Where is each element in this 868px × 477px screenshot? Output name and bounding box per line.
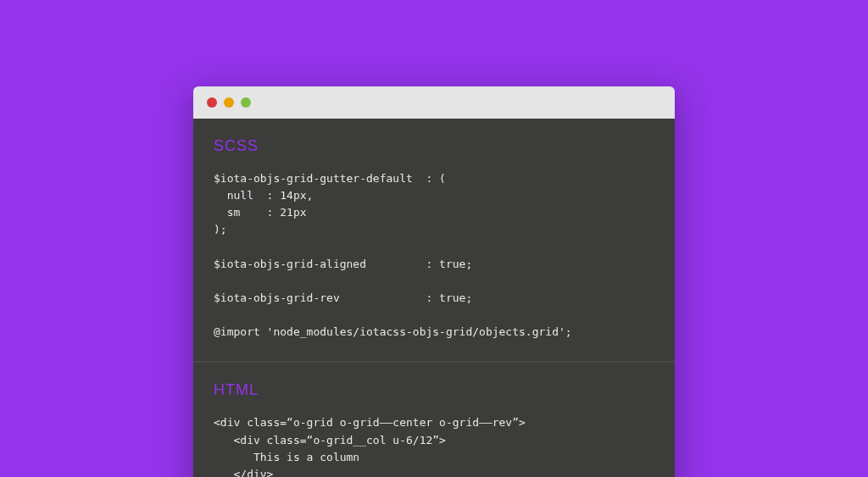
html-code-block: <div class=“o-grid o-grid——center o-grid… xyxy=(214,414,654,477)
close-icon[interactable] xyxy=(207,97,217,108)
scss-section-title: SCSS xyxy=(214,137,654,155)
maximize-icon[interactable] xyxy=(241,97,251,108)
html-panel: HTML <div class=“o-grid o-grid——center o… xyxy=(193,361,675,477)
scss-code-block: $iota-objs-grid-gutter-default : ( null … xyxy=(214,170,654,341)
code-window: SCSS $iota-objs-grid-gutter-default : ( … xyxy=(193,86,675,477)
scss-panel: SCSS $iota-objs-grid-gutter-default : ( … xyxy=(193,119,675,361)
minimize-icon[interactable] xyxy=(224,97,234,108)
window-titlebar xyxy=(193,86,675,119)
html-section-title: HTML xyxy=(214,381,654,399)
